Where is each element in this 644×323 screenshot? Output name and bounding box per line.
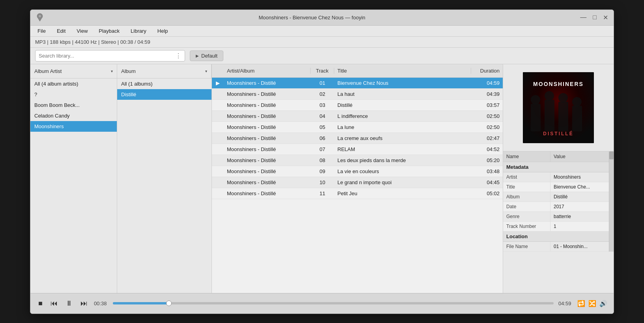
track-number: 06 bbox=[311, 135, 334, 141]
track-duration: 05:20 bbox=[471, 157, 503, 163]
titlebar-left bbox=[35, 13, 45, 22]
list-item[interactable]: Boom Boom Beck... bbox=[30, 100, 117, 110]
volume-button[interactable]: 🔊 bbox=[599, 300, 607, 307]
track-duration: 04:45 bbox=[471, 179, 503, 185]
track-row[interactable]: Moonshiners - Distillé 08 Les deux pieds… bbox=[212, 155, 503, 166]
menu-edit[interactable]: Edit bbox=[54, 27, 68, 35]
main-content: Album Artist ▾ Album ▾ All (4 album arti… bbox=[30, 64, 614, 293]
album-column-label: Album bbox=[121, 68, 136, 74]
track-duration: 04:59 bbox=[471, 80, 503, 86]
track-number: 07 bbox=[311, 146, 334, 152]
track-row[interactable]: Moonshiners - Distillé 02 La haut 04:39 bbox=[212, 89, 503, 100]
track-row[interactable]: Moonshiners - Distillé 11 Petit Jeu 05:0… bbox=[212, 188, 503, 199]
track-row[interactable]: Moonshiners - Distillé 10 Le grand n imp… bbox=[212, 177, 503, 188]
search-options-icon[interactable]: ⋮ bbox=[175, 52, 182, 60]
progress-fill bbox=[113, 302, 169, 304]
prev-button[interactable]: ⏮ bbox=[49, 299, 59, 308]
track-row[interactable]: ▶ Moonshiners - Distillé 01 Bienvenue Ch… bbox=[212, 78, 503, 89]
minimize-button[interactable]: — bbox=[579, 13, 587, 22]
track-number: 10 bbox=[311, 179, 334, 185]
svg-point-9 bbox=[572, 97, 582, 106]
artist-column-header[interactable]: Album Artist ▾ bbox=[30, 64, 117, 78]
next-button[interactable]: ⏭ bbox=[79, 299, 89, 308]
meta-value: 01 - Moonshin... bbox=[550, 242, 609, 251]
menu-library[interactable]: Library bbox=[128, 27, 149, 35]
track-row[interactable]: Moonshiners - Distillé 04 L indifference… bbox=[212, 111, 503, 122]
track-title: Bienvenue Chez Nous bbox=[334, 80, 471, 86]
metadata-row: Track Number 1 bbox=[503, 222, 609, 232]
playing-indicator: ▶ bbox=[212, 80, 224, 86]
track-number: 03 bbox=[311, 102, 334, 108]
track-number: 09 bbox=[311, 168, 334, 174]
list-item-moonshiners[interactable]: Moonshiners bbox=[30, 121, 117, 132]
list-item[interactable]: All (4 album artists) bbox=[30, 78, 117, 89]
album-column-header[interactable]: Album ▾ bbox=[117, 64, 212, 78]
menu-file[interactable]: File bbox=[35, 27, 48, 35]
track-number: 11 bbox=[311, 190, 334, 196]
track-row[interactable]: Moonshiners - Distillé 09 La vie en coul… bbox=[212, 166, 503, 177]
scrollbar-thumb[interactable] bbox=[609, 151, 614, 159]
svg-rect-6 bbox=[558, 102, 568, 131]
album-art: MOONSHINERS DISTILLÉ bbox=[523, 72, 594, 143]
meta-value: Moonshiners bbox=[550, 172, 609, 182]
track-row[interactable]: Moonshiners - Distillé 05 La lune 02:50 bbox=[212, 122, 503, 133]
columns-header: Album Artist ▾ Album ▾ bbox=[30, 64, 212, 78]
col-header-track[interactable]: Track bbox=[311, 68, 334, 74]
two-columns: All (4 album artists) ? Boom Boom Beck..… bbox=[30, 78, 212, 293]
metadata-row: Genre batterrie bbox=[503, 212, 609, 222]
shuffle-button[interactable]: 🔀 bbox=[588, 300, 596, 307]
track-list-panel: Artist/Album Track Title Duration ▶ Moon… bbox=[212, 64, 503, 293]
tab-play-icon: ▶ bbox=[196, 54, 199, 58]
progress-bar[interactable] bbox=[113, 302, 554, 304]
metadata-section-metadata: Metadata bbox=[503, 162, 609, 172]
meta-name: Genre bbox=[503, 212, 550, 221]
main-window: Moonshiners - Bienvenue Chez Nous — fooy… bbox=[30, 9, 614, 314]
status-bar: MP3 | 188 kbps | 44100 Hz | Stereo | 00:… bbox=[30, 37, 614, 48]
maximize-button[interactable]: □ bbox=[592, 13, 597, 22]
menu-view[interactable]: View bbox=[74, 27, 90, 35]
list-item-distille[interactable]: Distillé bbox=[117, 89, 212, 100]
current-time: 00:38 bbox=[94, 301, 108, 306]
col-header-artist-album[interactable]: Artist/Album bbox=[224, 68, 311, 74]
track-title: Petit Jeu bbox=[334, 190, 471, 196]
menu-playback[interactable]: Playback bbox=[96, 27, 122, 35]
track-row[interactable]: Moonshiners - Distillé 07 RELAM 04:52 bbox=[212, 144, 503, 155]
track-artist: Moonshiners - Distillé bbox=[224, 102, 311, 108]
meta-value: batterrie bbox=[550, 212, 609, 221]
metadata-row: File Name 01 - Moonshin... bbox=[503, 242, 609, 252]
track-title: La vie en couleurs bbox=[334, 168, 471, 174]
col-header-value: Value bbox=[550, 151, 609, 162]
search-input[interactable] bbox=[39, 53, 173, 59]
menu-help[interactable]: Help bbox=[155, 27, 170, 35]
list-item[interactable]: ? bbox=[30, 89, 117, 100]
meta-name: Album bbox=[503, 192, 550, 202]
meta-name: Artist bbox=[503, 172, 550, 182]
tab-default[interactable]: ▶ Default bbox=[190, 50, 223, 61]
track-duration: 04:52 bbox=[471, 146, 503, 152]
track-title: RELAM bbox=[334, 146, 471, 152]
scrollbar[interactable] bbox=[609, 151, 614, 252]
album-sort-icon: ▾ bbox=[205, 69, 207, 73]
track-number: 05 bbox=[311, 124, 334, 130]
col-header-title[interactable]: Title bbox=[334, 68, 471, 74]
artist-column-label: Album Artist bbox=[34, 68, 62, 74]
track-row[interactable]: Moonshiners - Distillé 03 Distillé 03:57 bbox=[212, 100, 503, 111]
meta-name: File Name bbox=[503, 242, 550, 251]
meta-value: 1 bbox=[550, 222, 609, 231]
list-item[interactable]: All (1 albums) bbox=[117, 78, 212, 89]
stop-button[interactable]: ■ bbox=[37, 299, 44, 308]
list-item[interactable]: Celadon Candy bbox=[30, 110, 117, 121]
repeat-button[interactable]: 🔁 bbox=[577, 300, 585, 307]
track-title: La lune bbox=[334, 124, 471, 130]
track-artist: Moonshiners - Distillé bbox=[224, 135, 311, 141]
metadata-row: Album Distillé bbox=[503, 192, 609, 202]
track-duration: 04:39 bbox=[471, 91, 503, 97]
track-title: L indifference bbox=[334, 113, 471, 119]
close-button[interactable]: ✕ bbox=[602, 13, 609, 22]
track-row[interactable]: Moonshiners - Distillé 06 La creme aux o… bbox=[212, 133, 503, 144]
metadata-row: Date 2017 bbox=[503, 202, 609, 212]
col-header-duration[interactable]: Duration bbox=[471, 68, 503, 74]
progress-thumb[interactable] bbox=[166, 301, 172, 306]
pause-button[interactable]: ⏸ bbox=[64, 299, 74, 308]
search-box: ⋮ bbox=[35, 50, 185, 62]
